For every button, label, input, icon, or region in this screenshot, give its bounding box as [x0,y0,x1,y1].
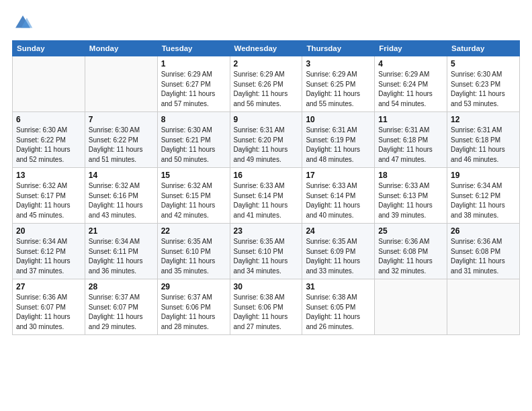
day-info: Sunrise: 6:32 AM Sunset: 6:16 PM Dayligh… [89,181,154,220]
calendar-cell: 22Sunrise: 6:35 AM Sunset: 6:10 PM Dayli… [157,224,230,279]
day-info: Sunrise: 6:31 AM Sunset: 6:19 PM Dayligh… [306,126,371,165]
calendar-cell: 1Sunrise: 6:29 AM Sunset: 6:27 PM Daylig… [157,56,230,112]
calendar-cell [85,56,157,112]
day-number: 5 [451,59,516,68]
day-number: 9 [234,115,299,124]
calendar-cell: 17Sunrise: 6:33 AM Sunset: 6:14 PM Dayli… [302,168,375,224]
calendar-cell: 24Sunrise: 6:35 AM Sunset: 6:09 PM Dayli… [302,224,375,279]
calendar-cell: 11Sunrise: 6:31 AM Sunset: 6:18 PM Dayli… [375,112,447,168]
calendar-cell: 3Sunrise: 6:29 AM Sunset: 6:25 PM Daylig… [302,56,375,112]
day-header-sunday: Sunday [13,41,85,56]
calendar-cell: 19Sunrise: 6:34 AM Sunset: 6:12 PM Dayli… [447,168,520,224]
day-info: Sunrise: 6:32 AM Sunset: 6:15 PM Dayligh… [161,181,226,220]
calendar-header-row: SundayMondayTuesdayWednesdayThursdayFrid… [13,41,520,56]
day-number: 14 [89,171,154,180]
day-info: Sunrise: 6:30 AM Sunset: 6:22 PM Dayligh… [89,126,154,165]
day-info: Sunrise: 6:29 AM Sunset: 6:24 PM Dayligh… [378,70,443,109]
day-header-monday: Monday [85,41,157,56]
calendar-cell: 6Sunrise: 6:30 AM Sunset: 6:22 PM Daylig… [13,112,85,168]
day-header-friday: Friday [375,41,447,56]
calendar-cell: 29Sunrise: 6:37 AM Sunset: 6:06 PM Dayli… [157,279,230,335]
calendar-cell: 5Sunrise: 6:30 AM Sunset: 6:23 PM Daylig… [447,56,520,112]
calendar-cell: 12Sunrise: 6:31 AM Sunset: 6:18 PM Dayli… [447,112,520,168]
day-info: Sunrise: 6:35 AM Sunset: 6:10 PM Dayligh… [234,237,299,276]
day-info: Sunrise: 6:33 AM Sunset: 6:13 PM Dayligh… [378,181,443,220]
calendar-cell: 10Sunrise: 6:31 AM Sunset: 6:19 PM Dayli… [302,112,375,168]
day-number: 26 [451,226,516,236]
day-info: Sunrise: 6:36 AM Sunset: 6:07 PM Dayligh… [16,293,81,332]
day-info: Sunrise: 6:29 AM Sunset: 6:25 PM Dayligh… [306,70,371,109]
day-header-tuesday: Tuesday [157,41,230,56]
week-row-1: 6Sunrise: 6:30 AM Sunset: 6:22 PM Daylig… [13,112,520,168]
day-info: Sunrise: 6:30 AM Sunset: 6:23 PM Dayligh… [451,70,516,109]
day-info: Sunrise: 6:37 AM Sunset: 6:06 PM Dayligh… [161,293,226,332]
calendar-cell: 13Sunrise: 6:32 AM Sunset: 6:17 PM Dayli… [13,168,85,224]
day-number: 21 [89,226,154,236]
calendar-cell: 16Sunrise: 6:33 AM Sunset: 6:14 PM Dayli… [230,168,302,224]
day-info: Sunrise: 6:29 AM Sunset: 6:26 PM Dayligh… [234,70,299,109]
day-number: 4 [378,59,443,68]
day-number: 30 [234,282,299,291]
day-info: Sunrise: 6:38 AM Sunset: 6:06 PM Dayligh… [234,293,299,332]
calendar-cell: 25Sunrise: 6:36 AM Sunset: 6:08 PM Dayli… [375,224,447,279]
day-number: 8 [161,115,226,124]
day-header-thursday: Thursday [302,41,375,56]
calendar-cell: 23Sunrise: 6:35 AM Sunset: 6:10 PM Dayli… [230,224,302,279]
day-info: Sunrise: 6:35 AM Sunset: 6:09 PM Dayligh… [306,237,371,276]
week-row-2: 13Sunrise: 6:32 AM Sunset: 6:17 PM Dayli… [13,168,520,224]
page: SundayMondayTuesdayWednesdayThursdayFrid… [0,0,532,411]
calendar-cell: 26Sunrise: 6:36 AM Sunset: 6:08 PM Dayli… [447,224,520,279]
week-row-0: 1Sunrise: 6:29 AM Sunset: 6:27 PM Daylig… [13,56,520,112]
calendar-cell: 18Sunrise: 6:33 AM Sunset: 6:13 PM Dayli… [375,168,447,224]
day-number: 10 [306,115,371,124]
day-header-saturday: Saturday [447,41,520,56]
day-number: 2 [234,59,299,68]
day-number: 13 [16,171,81,180]
calendar-cell: 4Sunrise: 6:29 AM Sunset: 6:24 PM Daylig… [375,56,447,112]
day-number: 19 [451,171,516,180]
day-info: Sunrise: 6:31 AM Sunset: 6:20 PM Dayligh… [234,126,299,165]
day-number: 28 [89,282,154,291]
day-number: 23 [234,226,299,236]
day-number: 12 [451,115,516,124]
calendar-cell: 2Sunrise: 6:29 AM Sunset: 6:26 PM Daylig… [230,56,302,112]
day-number: 11 [378,115,443,124]
day-number: 16 [234,171,299,180]
day-number: 27 [16,282,81,291]
day-info: Sunrise: 6:29 AM Sunset: 6:27 PM Dayligh… [161,70,226,109]
day-number: 1 [161,59,226,68]
day-number: 15 [161,171,226,180]
calendar-cell: 8Sunrise: 6:30 AM Sunset: 6:21 PM Daylig… [157,112,230,168]
day-info: Sunrise: 6:36 AM Sunset: 6:08 PM Dayligh… [378,237,443,276]
header [12,12,520,34]
day-info: Sunrise: 6:37 AM Sunset: 6:07 PM Dayligh… [89,293,154,332]
day-number: 3 [306,59,371,68]
calendar-cell: 14Sunrise: 6:32 AM Sunset: 6:16 PM Dayli… [85,168,157,224]
day-number: 25 [378,226,443,236]
day-info: Sunrise: 6:33 AM Sunset: 6:14 PM Dayligh… [306,181,371,220]
calendar-cell [375,279,447,335]
calendar-cell: 27Sunrise: 6:36 AM Sunset: 6:07 PM Dayli… [13,279,85,335]
day-number: 29 [161,282,226,291]
day-number: 7 [89,115,154,124]
day-number: 17 [306,171,371,180]
calendar-cell [13,56,85,112]
week-row-4: 27Sunrise: 6:36 AM Sunset: 6:07 PM Dayli… [13,279,520,335]
calendar-cell: 21Sunrise: 6:34 AM Sunset: 6:11 PM Dayli… [85,224,157,279]
day-info: Sunrise: 6:33 AM Sunset: 6:14 PM Dayligh… [234,181,299,220]
day-info: Sunrise: 6:30 AM Sunset: 6:22 PM Dayligh… [16,126,81,165]
calendar-cell [447,279,520,335]
day-number: 6 [16,115,81,124]
day-number: 20 [16,226,81,236]
logo [12,12,36,34]
day-number: 24 [306,226,371,236]
calendar-cell: 31Sunrise: 6:38 AM Sunset: 6:05 PM Dayli… [302,279,375,335]
day-info: Sunrise: 6:31 AM Sunset: 6:18 PM Dayligh… [378,126,443,165]
week-row-3: 20Sunrise: 6:34 AM Sunset: 6:12 PM Dayli… [13,224,520,279]
day-info: Sunrise: 6:30 AM Sunset: 6:21 PM Dayligh… [161,126,226,165]
day-header-wednesday: Wednesday [230,41,302,56]
calendar-cell: 15Sunrise: 6:32 AM Sunset: 6:15 PM Dayli… [157,168,230,224]
day-info: Sunrise: 6:34 AM Sunset: 6:12 PM Dayligh… [16,237,81,276]
day-info: Sunrise: 6:38 AM Sunset: 6:05 PM Dayligh… [306,293,371,332]
day-number: 22 [161,226,226,236]
